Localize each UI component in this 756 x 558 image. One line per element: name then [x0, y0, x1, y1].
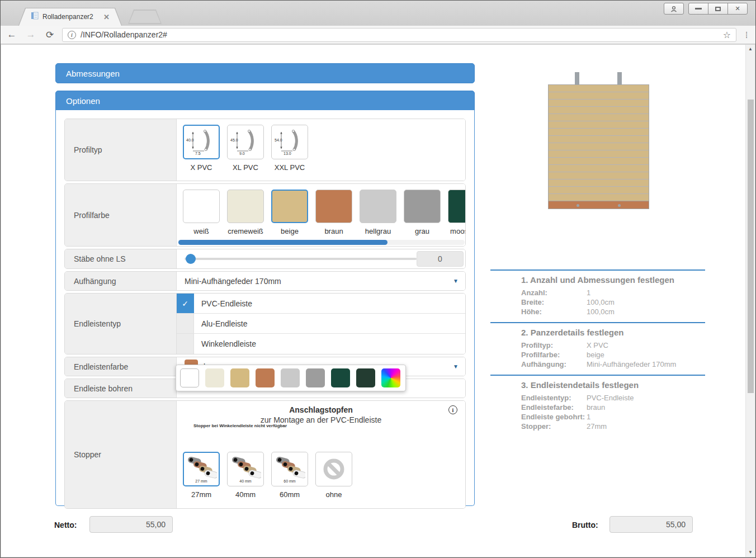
- aufhaengung-select[interactable]: Mini-Aufhängefeder 170mm ▼: [177, 272, 465, 290]
- row-aufhaengung: Aufhängung Mini-Aufhängefeder 170mm ▼: [64, 271, 466, 291]
- tab-title: Rolladenpanzer2: [42, 13, 100, 21]
- row-stopper: Stopper Anschlagstopfen zur Montage an d…: [64, 400, 466, 509]
- profiltyp-label: XL PVC: [227, 163, 264, 172]
- row-label: Profilfarbe: [65, 184, 177, 246]
- section-optionen[interactable]: Optionen: [55, 91, 475, 111]
- stopper-option-60mm[interactable]: 60 mm 60mm: [271, 452, 308, 499]
- palette-swatch[interactable]: [180, 368, 199, 387]
- svg-text:13.0: 13.0: [284, 152, 291, 155]
- reload-icon[interactable]: ⟳: [43, 29, 56, 41]
- back-icon[interactable]: ←: [5, 29, 18, 40]
- new-tab-button[interactable]: [128, 10, 162, 24]
- page-info-icon[interactable]: i: [68, 31, 76, 39]
- checkbox-checked[interactable]: ✓: [177, 294, 194, 313]
- scroll-up-icon[interactable]: ▲: [746, 45, 755, 54]
- stopper-option-ohne[interactable]: ohne: [315, 452, 352, 499]
- browser-toolbar: ← → ⟳ i /INFO/Rolladenpanzer2# ☆ ⁞: [1, 26, 755, 44]
- profile-button[interactable]: [664, 3, 684, 15]
- palette-swatch[interactable]: [256, 368, 275, 387]
- brutto-label: Brutto:: [572, 521, 598, 529]
- close-button[interactable]: ✕: [727, 3, 748, 15]
- url-text[interactable]: /INFO/Rolladenpanzer2#: [81, 30, 719, 39]
- color-swatch: [404, 190, 441, 223]
- svg-text:40.0: 40.0: [186, 138, 194, 142]
- bookmark-star-icon[interactable]: ☆: [723, 30, 731, 40]
- scroll-down-icon[interactable]: ▼: [746, 548, 755, 557]
- scrollbar-thumb[interactable]: [748, 100, 754, 393]
- palette-swatch[interactable]: [306, 368, 325, 387]
- browser-menu-icon[interactable]: ⁞: [742, 34, 751, 36]
- row-label: Endleiste bohren: [65, 379, 177, 398]
- color-swatch: [271, 190, 308, 223]
- shutter-preview: [548, 72, 649, 209]
- row-label: Stäbe ohne LS: [65, 249, 177, 268]
- stopper-option-27mm[interactable]: 27 mm 27mm: [183, 452, 220, 499]
- browser-tab[interactable]: Rolladenpanzer2 ✕: [18, 8, 122, 26]
- page-scrollbar[interactable]: ▲ ▼: [745, 45, 755, 557]
- chevron-down-icon: ▼: [453, 363, 459, 370]
- stopper-title: Anschlagstopfen: [177, 405, 465, 414]
- staebe-slider[interactable]: [185, 258, 417, 260]
- profilfarbe-option-hellgrau[interactable]: hellgrau: [360, 190, 396, 235]
- profilfarbe-option-cremeweiss[interactable]: cremeweiß: [227, 190, 264, 235]
- slider-thumb[interactable]: [186, 254, 196, 264]
- profilfarbe-option-moosgruen[interactable]: moosgrün: [448, 190, 465, 235]
- row-label: Endleistenfarbe: [65, 357, 177, 376]
- endleistentyp-option-pvc[interactable]: ✓ PVC-Endleiste: [177, 294, 465, 314]
- shutter-slats: [548, 84, 649, 201]
- color-swatch: [227, 190, 264, 223]
- brutto-input[interactable]: [609, 516, 693, 533]
- checkbox-unchecked[interactable]: [177, 314, 194, 333]
- profiltyp-option-xxl-pvc[interactable]: 54.0 13.0 XXL PVC: [271, 125, 308, 172]
- palette-swatch[interactable]: [205, 368, 224, 387]
- custom-color-swatch[interactable]: [381, 368, 400, 387]
- color-swatch: [315, 190, 352, 223]
- svg-text:54.0: 54.0: [275, 138, 282, 142]
- forward-icon[interactable]: →: [24, 29, 37, 40]
- staebe-value: 0: [417, 251, 464, 267]
- address-bar[interactable]: i /INFO/Rolladenpanzer2# ☆: [62, 28, 736, 42]
- svg-text:7.5: 7.5: [195, 152, 201, 155]
- profilfarbe-option-beige[interactable]: beige: [271, 190, 308, 235]
- palette-swatch[interactable]: [356, 368, 375, 387]
- stopper-note: Stopper bei Winkelendleiste nicht verfüg…: [193, 423, 287, 428]
- configuration-summary: 1. Anzahl und Abmessungen festlegen Anza…: [490, 269, 705, 437]
- profilfarbe-option-weiss[interactable]: weiß: [183, 190, 220, 235]
- drill-hole: [577, 204, 579, 207]
- checkbox-unchecked[interactable]: [177, 334, 194, 354]
- endleistenfarbe-color-palette: [176, 365, 406, 391]
- profiltyp-option-x-pvc[interactable]: 40.0 7.5 X PVC: [183, 125, 220, 172]
- stopper-image: 27 mm: [183, 452, 220, 486]
- netto-label: Netto:: [54, 521, 77, 529]
- palette-swatch[interactable]: [281, 368, 300, 387]
- netto-input[interactable]: [89, 516, 173, 533]
- tab-close-icon[interactable]: ✕: [103, 13, 110, 21]
- maximize-button[interactable]: [708, 3, 728, 15]
- color-swatch: [183, 190, 220, 223]
- profilfarbe-option-grau[interactable]: grau: [404, 190, 441, 235]
- row-endleistentyp: Endleistentyp ✓ PVC-Endleiste Alu-Endlei…: [64, 293, 466, 354]
- palette-swatch[interactable]: [331, 368, 350, 387]
- minimize-button[interactable]: [688, 3, 708, 15]
- profiltyp-option-xl-pvc[interactable]: 45.0 9.0 XL PVC: [227, 125, 264, 172]
- scrollbar-thumb[interactable]: [178, 240, 388, 245]
- info-icon[interactable]: i: [448, 405, 457, 414]
- stopper-option-40mm[interactable]: 40 mm 40mm: [227, 452, 264, 499]
- drill-hole: [618, 204, 621, 207]
- palette-swatch[interactable]: [230, 368, 249, 387]
- profilfarbe-option-braun[interactable]: braun: [315, 190, 352, 235]
- endleistentyp-option-alu[interactable]: Alu-Endleiste: [177, 314, 465, 334]
- options-panel: Profiltyp 40.0: [55, 110, 475, 506]
- title-bar: Rolladenpanzer2 ✕ ✕: [1, 1, 755, 26]
- page-content: ▲ ▼ Abmessungen Optionen Profiltyp: [1, 45, 755, 557]
- chevron-down-icon: ▼: [453, 278, 459, 284]
- profile-image: 54.0 13.0: [271, 125, 308, 159]
- row-profilfarbe: Profilfarbe weiß cremeweiß b: [64, 183, 466, 247]
- svg-text:40 mm: 40 mm: [239, 479, 252, 483]
- endleistentyp-option-winkel[interactable]: Winkelendleiste: [177, 334, 465, 354]
- color-list-scrollbar[interactable]: [178, 240, 465, 245]
- color-swatch: [360, 190, 396, 223]
- row-label: Stopper: [65, 401, 177, 508]
- section-abmessungen[interactable]: Abmessungen: [55, 63, 475, 83]
- row-label: Endleistentyp: [65, 294, 177, 354]
